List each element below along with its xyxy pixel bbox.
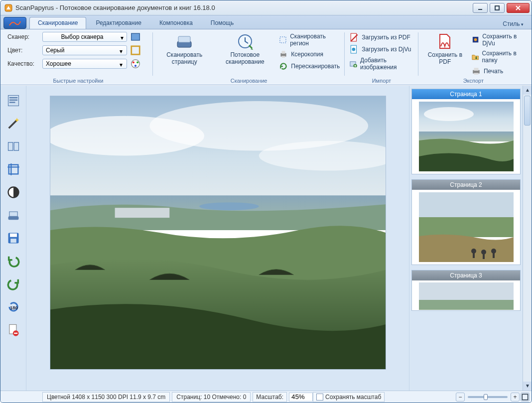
- magic-wand-tool[interactable]: [6, 117, 20, 131]
- tab-help[interactable]: Помощь: [202, 17, 242, 29]
- scan-page-button[interactable]: Сканировать страницу: [157, 31, 212, 66]
- svg-rect-61: [522, 394, 528, 400]
- crop-icon[interactable]: [130, 45, 141, 56]
- scanner-combo[interactable]: Выбор сканера ▾: [42, 32, 127, 42]
- window-title: ScanPapyrus - Потоковое сканирование док…: [15, 4, 215, 11]
- page-thumb-2[interactable]: Страница 2: [411, 179, 521, 265]
- keep-zoom-checkbox[interactable]: Сохранять масштаб: [313, 392, 385, 402]
- canvas-area: [26, 86, 409, 391]
- scan-region-button[interactable]: Сканировать регион: [278, 32, 341, 47]
- scanner-icon: [175, 32, 193, 50]
- scroll-down-icon[interactable]: ▾: [523, 382, 532, 391]
- pdf-icon: [350, 33, 359, 42]
- close-button[interactable]: [507, 3, 530, 13]
- zoom-in-button[interactable]: +: [511, 393, 520, 402]
- svg-text:180: 180: [10, 305, 18, 310]
- svg-rect-33: [9, 212, 17, 216]
- group-import: Загрузить из PDF Загрузить из DjVu Добав…: [345, 30, 418, 85]
- rotate-left-tool[interactable]: [6, 254, 20, 268]
- group-quick-settings: Сканер: Выбор сканера ▾ Цвет: Серый ▾: [3, 30, 153, 85]
- clock-icon: [236, 32, 254, 50]
- page-canvas[interactable]: [50, 96, 386, 370]
- zoom-input[interactable]: [289, 393, 313, 402]
- svg-rect-10: [178, 36, 190, 42]
- titlebar: ScanPapyrus - Потоковое сканирование док…: [0, 0, 532, 15]
- svg-point-8: [134, 65, 136, 67]
- printer-icon: [279, 50, 288, 59]
- zoom-fit-button[interactable]: [521, 393, 530, 402]
- maximize-button[interactable]: [490, 3, 505, 13]
- svg-rect-57: [483, 252, 485, 259]
- save-pdf-button[interactable]: Сохранить в PDF: [422, 31, 468, 66]
- svg-rect-14: [282, 51, 285, 54]
- app-icon: [4, 4, 12, 12]
- svg-rect-1: [478, 9, 482, 10]
- svg-rect-3: [132, 33, 140, 40]
- stream-scan-button[interactable]: Потоковое сканирование: [215, 31, 275, 66]
- minimize-button[interactable]: [473, 3, 488, 13]
- add-images-button[interactable]: Добавить изображения: [349, 56, 414, 71]
- svg-rect-25: [474, 73, 478, 74]
- scanner-props-icon[interactable]: [130, 31, 141, 42]
- group-export: Сохранить в PDF Сохранить в DjVu Сохрани…: [418, 30, 529, 85]
- rotate-right-tool[interactable]: [6, 277, 20, 291]
- svg-rect-2: [495, 6, 499, 10]
- group-export-label: Экспорт: [422, 77, 525, 85]
- svg-rect-58: [493, 251, 495, 258]
- save-djvu-button[interactable]: Сохранить в DjVu: [471, 32, 525, 47]
- rotate-180-tool[interactable]: 180: [6, 300, 20, 314]
- thumb-scrollbar[interactable]: ▴ ▾: [523, 86, 532, 391]
- side-toolbar: 180: [0, 86, 26, 391]
- book-tool[interactable]: [6, 139, 20, 153]
- add-image-icon: [350, 59, 357, 68]
- djvu-save-icon: [472, 35, 479, 44]
- print-button[interactable]: Печать: [471, 66, 525, 76]
- save-tool[interactable]: [6, 231, 20, 245]
- svg-point-22: [474, 38, 477, 41]
- svg-point-6: [133, 61, 134, 63]
- load-pdf-button[interactable]: Загрузить из PDF: [349, 32, 414, 42]
- svg-rect-60: [419, 300, 514, 310]
- style-dropdown[interactable]: Стиль ▾: [498, 19, 529, 29]
- status-zoom-label: Масштаб:: [253, 392, 287, 402]
- palette-icon[interactable]: [130, 58, 141, 69]
- crop-tool[interactable]: [6, 162, 20, 176]
- load-djvu-button[interactable]: Загрузить из DjVu: [349, 44, 414, 54]
- save-folder-button[interactable]: Сохранить в папку: [471, 49, 525, 64]
- zoom-slider[interactable]: [468, 396, 508, 398]
- status-pages: Страниц: 10 Отмечено: 0: [172, 392, 251, 402]
- scanner-tool[interactable]: [6, 208, 20, 222]
- page-thumb-3[interactable]: Страница 3: [411, 270, 521, 311]
- page-thumb-3-label: Страница 3: [412, 270, 520, 280]
- xerocopy-button[interactable]: Ксерокопия: [278, 49, 341, 59]
- page-thumb-1[interactable]: Страница 1: [411, 89, 521, 174]
- statusbar: Цветной 1408 x 1150 300 DPI 11.9 x 9.7 c…: [0, 391, 532, 403]
- quality-combo[interactable]: Хорошее ▾: [42, 59, 127, 69]
- svg-rect-24: [474, 68, 478, 71]
- color-label: Цвет:: [7, 47, 39, 54]
- svg-rect-4: [132, 46, 140, 55]
- group-quick-label: Быстрые настройки: [7, 77, 149, 85]
- djvu-icon: [350, 45, 359, 54]
- region-icon: [279, 35, 287, 44]
- ribbon-tabs: Сканирование Редактирование Компоновка П…: [0, 15, 532, 29]
- scroll-up-icon[interactable]: ▴: [523, 86, 532, 95]
- contrast-tool[interactable]: [6, 185, 20, 199]
- svg-point-49: [424, 107, 474, 121]
- color-combo[interactable]: Серый ▾: [42, 45, 127, 55]
- svg-point-18: [352, 48, 356, 51]
- rescan-button[interactable]: Пересканировать: [278, 61, 341, 71]
- scroll-thumb[interactable]: [524, 96, 531, 126]
- svg-rect-30: [8, 165, 18, 174]
- properties-tool[interactable]: [6, 94, 20, 108]
- main-area: 180 Страница: [0, 85, 532, 391]
- tab-scan[interactable]: Сканирование: [29, 17, 86, 29]
- thumbnail-panel: Страница 1 Страница 2 Страница 3: [409, 86, 523, 391]
- app-menu-button[interactable]: [3, 17, 26, 29]
- page-thumb-2-label: Страница 2: [412, 180, 520, 190]
- svg-rect-36: [10, 239, 16, 243]
- zoom-out-button[interactable]: −: [456, 393, 465, 402]
- tab-layout[interactable]: Компоновка: [151, 17, 201, 29]
- tab-edit[interactable]: Редактирование: [87, 17, 149, 29]
- delete-page-tool[interactable]: [6, 323, 20, 337]
